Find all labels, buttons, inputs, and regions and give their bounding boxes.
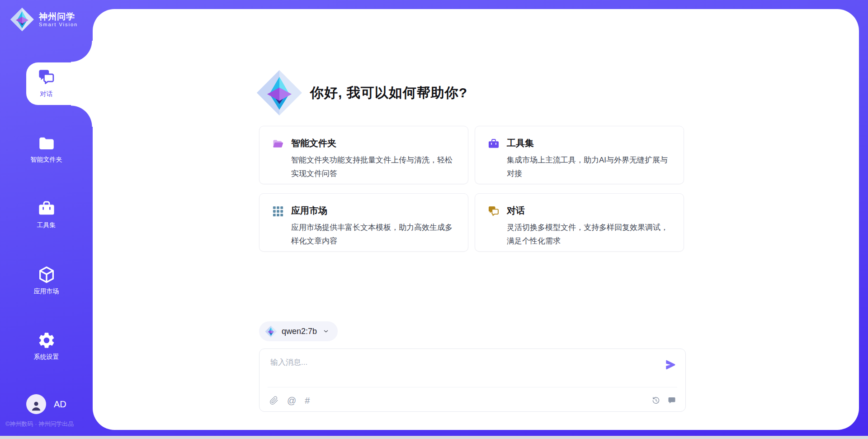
diamond-logo-icon: [256, 69, 303, 116]
attach-file-button[interactable]: [269, 396, 278, 405]
card-app-market[interactable]: 应用市场 应用市场提供丰富长文本模板，助力高效生成多样化文章内容: [259, 193, 468, 252]
card-smart-folder[interactable]: 智能文件夹 智能文件夹功能支持批量文件上传与清洗，轻松实现文件问答: [259, 126, 468, 184]
sidebar-item-settings[interactable]: 系统设置: [0, 331, 93, 361]
briefcase-icon: [487, 138, 500, 150]
card-description: 集成市场上主流工具，助力AI与外界无缝扩展与对接: [507, 153, 675, 181]
folder-open-icon: [272, 138, 284, 150]
sidebar-item-chat[interactable]: 对话: [0, 68, 93, 98]
diamond-logo-icon: [265, 325, 277, 338]
active-tab-fillet-top: [71, 41, 93, 62]
comment-icon: [667, 396, 676, 405]
gear-icon: [37, 331, 56, 350]
copyright: ©神州数码 · 神州问学出品: [5, 420, 74, 428]
card-title: 工具集: [507, 137, 675, 149]
sidebar-item-app-market[interactable]: 应用市场: [0, 265, 93, 296]
brand: 神州问学 Smart Vision: [10, 7, 78, 32]
message-composer: @ #: [259, 348, 686, 412]
card-title: 智能文件夹: [291, 137, 459, 149]
message-input[interactable]: [269, 356, 651, 384]
send-button[interactable]: [665, 359, 676, 371]
history-button[interactable]: [651, 396, 660, 405]
conversation-button[interactable]: [667, 396, 676, 405]
shortcut-cards: 智能文件夹 智能文件夹功能支持批量文件上传与清洗，轻松实现文件问答 工具集 集成…: [259, 126, 686, 252]
cube-icon: [37, 265, 56, 284]
greeting: 你好, 我可以如何帮助你?: [256, 69, 467, 116]
diamond-logo-icon: [10, 7, 34, 32]
user-name: AD: [54, 399, 66, 410]
folder-icon: [37, 134, 56, 153]
topic-button[interactable]: #: [305, 396, 310, 405]
send-icon: [665, 359, 676, 371]
sidebar-item-label: 系统设置: [34, 353, 59, 361]
sidebar-item-toolset[interactable]: 工具集: [0, 199, 93, 229]
chat-icon: [487, 205, 500, 218]
composer-toolbar: @ #: [269, 392, 676, 409]
composer-divider: [268, 387, 677, 387]
sidebar-item-label: 对话: [40, 90, 53, 98]
briefcase-icon: [37, 199, 56, 218]
grid-icon: [272, 205, 284, 218]
chevron-down-icon: [322, 328, 330, 335]
card-description: 智能文件夹功能支持批量文件上传与清洗，轻松实现文件问答: [291, 153, 459, 181]
user-menu[interactable]: AD: [26, 394, 66, 414]
mention-button[interactable]: @: [287, 396, 296, 405]
greeting-title: 你好, 我可以如何帮助你?: [310, 84, 467, 102]
model-name: qwen2:7b: [282, 327, 317, 336]
chat-icon: [37, 68, 56, 87]
window-bottom-edge: [0, 436, 868, 439]
sidebar-item-smart-folder[interactable]: 智能文件夹: [0, 134, 93, 164]
app-window: 神州问学 Smart Vision 对话 智能文件夹 工具集 应用市场 系统设置…: [0, 0, 868, 439]
history-icon: [651, 396, 660, 405]
sidebar-item-label: 应用市场: [34, 287, 59, 296]
sidebar-item-label: 工具集: [37, 221, 56, 229]
model-selector[interactable]: qwen2:7b: [259, 321, 338, 341]
brand-subtitle: Smart Vision: [39, 22, 78, 27]
sidebar-item-label: 智能文件夹: [31, 156, 62, 164]
hash-icon: #: [305, 396, 310, 405]
active-tab-fillet-bottom: [71, 105, 93, 127]
card-description: 应用市场提供丰富长文本模板，助力高效生成多样化文章内容: [291, 221, 459, 248]
person-icon: [29, 399, 43, 412]
card-title: 应用市场: [291, 205, 459, 217]
brand-name: 神州问学: [39, 12, 78, 22]
avatar: [26, 394, 46, 414]
card-title: 对话: [507, 205, 675, 217]
card-description: 灵活切换多模型文件，支持多样回复效果调试，满足个性化需求: [507, 221, 675, 248]
at-icon: @: [287, 396, 296, 405]
card-chat[interactable]: 对话 灵活切换多模型文件，支持多样回复效果调试，满足个性化需求: [475, 193, 684, 252]
card-toolset[interactable]: 工具集 集成市场上主流工具，助力AI与外界无缝扩展与对接: [475, 126, 684, 184]
paperclip-icon: [269, 396, 278, 405]
